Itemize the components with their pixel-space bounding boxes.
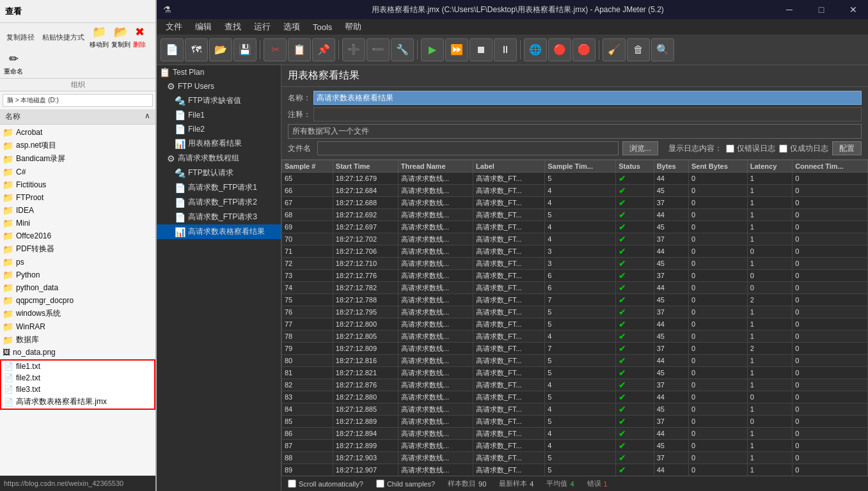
folder-pdf[interactable]: 📁 PDF转换器 <box>0 242 155 256</box>
search-btn[interactable]: 🔍 <box>651 38 674 61</box>
child-samples-label[interactable]: Child samples? <box>376 479 435 488</box>
folder-idea[interactable]: 📁 IDEA <box>0 204 155 217</box>
folder-python[interactable]: 📁 Python <box>0 269 155 281</box>
folder-acrobat[interactable]: 📁 Acrobat <box>0 126 155 139</box>
file-no-data[interactable]: 🖼 no_data.png <box>0 347 155 358</box>
menu-run[interactable]: 运行 <box>248 20 277 34</box>
folder-mini[interactable]: 📁 Mini <box>0 217 155 230</box>
folder-office[interactable]: 📁 Offce2016 <box>0 230 155 242</box>
file-file1[interactable]: 📄 file1.txt <box>1 361 154 372</box>
status-ok-icon: ✔ <box>619 222 626 232</box>
table-row: 88 18:27:12.903 高请求求数线... 高请求数_FT... 5 ✔… <box>282 452 868 464</box>
file-jmx[interactable]: 📄 高请求数表格察看结果.jmx <box>1 395 154 409</box>
tree-test-plan[interactable]: 📋 Test Plan <box>157 65 281 79</box>
new-btn[interactable]: 📄 <box>161 38 184 61</box>
folder-windows[interactable]: 📁 windows系统 <box>0 307 155 320</box>
save-btn[interactable]: 💾 <box>233 38 256 61</box>
delete-btn[interactable]: ✖ 删除 <box>133 25 146 49</box>
open-btn[interactable]: 📂 <box>209 38 232 61</box>
browse-button[interactable]: 浏览... <box>622 141 658 155</box>
start-btn[interactable]: ▶ <box>421 38 444 61</box>
errors-checkbox[interactable] <box>726 144 734 153</box>
remote-start-btn[interactable]: 🌐 <box>524 38 547 61</box>
paste-shortcut-btn[interactable]: 粘贴快捷方式 <box>40 31 87 43</box>
table-row: 79 18:27:12.809 高请求求数线... 高请求数_FT... 7 ✔… <box>282 343 868 355</box>
file-file3[interactable]: 📄 file3.txt <box>1 384 154 395</box>
folder-qqpcmgr[interactable]: 📁 qqpcmgr_docpro <box>0 294 155 307</box>
folder-ftproot[interactable]: 📁 FTProot <box>0 191 155 204</box>
rename-btn[interactable]: ✏ 重命名 <box>4 52 23 76</box>
folder-database[interactable]: 📁 数据库 <box>0 333 155 347</box>
paste-btn[interactable]: 📌 <box>312 38 335 61</box>
close-btn[interactable]: ✕ <box>839 0 868 19</box>
remote-shutdown-btn[interactable]: 🛑 <box>572 38 596 61</box>
stop-btn[interactable]: ⏹ <box>470 38 493 61</box>
results-table: Sample # Start Time Thread Name Label Sa… <box>281 160 868 476</box>
clear-all-btn[interactable]: 🗑 <box>627 38 650 61</box>
start-no-pause-btn[interactable]: ⏩ <box>445 38 468 61</box>
remote-stop-btn[interactable]: 🔴 <box>548 38 571 61</box>
move-to-btn[interactable]: 📁 移动到 <box>90 25 109 49</box>
folder-fictitious[interactable]: 📁 Fictitious <box>0 178 155 191</box>
errors-checkbox-label[interactable]: 仅错误日志 <box>726 143 775 154</box>
template-btn[interactable]: 🗺 <box>185 38 208 61</box>
scroll-auto-label[interactable]: Scroll automatically? <box>288 479 363 488</box>
tree-view-results-table[interactable]: 📊 用表格察看结果 <box>157 136 281 151</box>
scroll-auto-checkbox[interactable] <box>288 479 296 488</box>
tree-file2[interactable]: 📄 File2 <box>157 122 281 136</box>
minimize-btn[interactable]: ─ <box>775 0 804 19</box>
tree-ftp-users[interactable]: ⚙ FTP Users <box>157 79 281 93</box>
menu-options[interactable]: 选项 <box>277 20 306 34</box>
copy-path-btn[interactable]: 复制路径 <box>4 31 37 43</box>
cut-btn[interactable]: ✂ <box>264 38 287 61</box>
tree-ftp-req2[interactable]: 📄 高请求数_FTP请求2 <box>157 195 281 210</box>
folder-aspnet[interactable]: 📁 asp.net项目 <box>0 139 155 152</box>
file-input[interactable] <box>317 141 619 155</box>
clear-btn[interactable]: 🧹 <box>603 38 626 61</box>
tree-file1[interactable]: 📄 File1 <box>157 108 281 122</box>
cell-status: ✔ <box>616 270 654 282</box>
tree-ftp-req3[interactable]: 📄 高请求数_FTP请求3 <box>157 210 281 224</box>
expand-btn[interactable]: ➕ <box>342 38 365 61</box>
shutdown-btn[interactable]: ⏸ <box>494 38 517 61</box>
tree-ftp-req1[interactable]: 📄 高请求数_FTP请求1 <box>157 180 281 195</box>
menu-help[interactable]: 帮助 <box>338 20 368 34</box>
name-input[interactable] <box>313 91 862 105</box>
success-checkbox[interactable] <box>779 144 787 153</box>
status-ok-icon: ✔ <box>619 185 626 196</box>
folder-bandicam[interactable]: 📁 Bandicam录屏 <box>0 152 155 166</box>
menu-file[interactable]: 文件 <box>159 20 189 34</box>
menu-tools[interactable]: Tools <box>306 21 338 33</box>
status-ok-icon: ✔ <box>619 234 626 244</box>
cell-connect-time: 0 <box>793 282 868 294</box>
config-button[interactable]: 配置 <box>832 141 862 155</box>
menu-search[interactable]: 查找 <box>218 20 248 34</box>
file-file2[interactable]: 📄 file2.txt <box>1 372 154 384</box>
csdn-link[interactable]: https://blog.csdn.net/weixin_42365530 <box>4 479 123 487</box>
folder-ps[interactable]: 📁 ps <box>0 256 155 269</box>
status-ok-icon: ✔ <box>619 173 626 183</box>
settings-btn[interactable]: 🔧 <box>391 38 414 61</box>
maximize-btn[interactable]: □ <box>807 0 836 19</box>
cell-connect-time: 0 <box>793 185 868 197</box>
tree-ftp-default[interactable]: 🔩 FTP请求缺省值 <box>157 93 281 108</box>
cell-sample-time: 4 <box>545 197 616 209</box>
tree-high-req-group[interactable]: ⚙ 高请求求数线程组 <box>157 151 281 166</box>
folder-winrar[interactable]: 📁 WinRAR <box>0 320 155 333</box>
child-samples-checkbox[interactable] <box>376 479 384 488</box>
tree-high-view-results[interactable]: 📊 高请求数表格察看结果 <box>157 224 281 239</box>
table-row: 83 18:27:12.880 高请求求数线... 高请求数_FT... 5 ✔… <box>282 391 868 403</box>
success-checkbox-label[interactable]: 仅成功日志 <box>779 143 828 154</box>
folder-csharp[interactable]: 📁 C# <box>0 166 155 178</box>
menu-edit[interactable]: 编辑 <box>189 20 218 34</box>
collapse-btn[interactable]: ➖ <box>367 38 390 61</box>
tree-ftp-default2[interactable]: 🔩 FTP默认请求 <box>157 166 281 180</box>
cell-status: ✔ <box>616 464 654 476</box>
cell-sample-num: 78 <box>282 331 333 343</box>
copy-to-btn[interactable]: 📂 复制到 <box>111 25 130 49</box>
folder-python-data[interactable]: 📁 python_data <box>0 281 155 294</box>
comment-input[interactable] <box>313 107 862 121</box>
copy-btn[interactable]: 📋 <box>288 38 311 61</box>
cell-connect-time: 0 <box>793 416 868 428</box>
cell-sent-bytes: 0 <box>688 233 747 246</box>
